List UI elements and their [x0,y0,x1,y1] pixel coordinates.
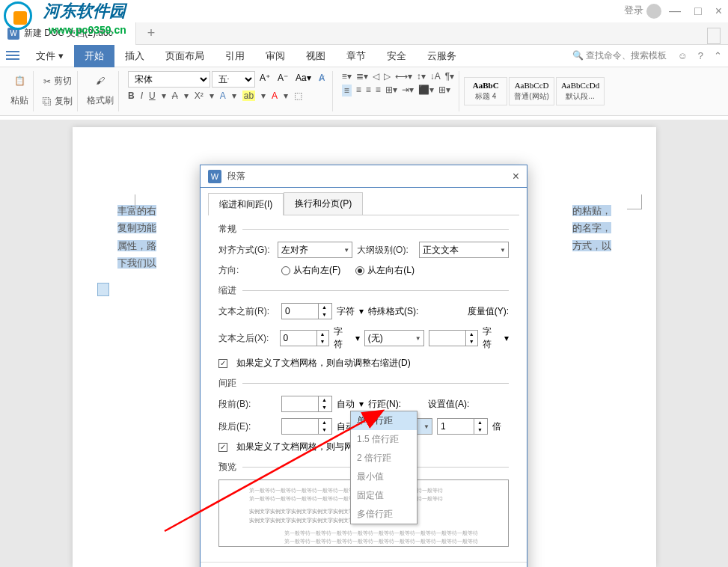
align-left-icon[interactable]: ≡ [342,85,352,96]
rtl-radio[interactable]: 从右向左(F) [281,264,340,277]
set-value-label: 设置值(A): [428,398,469,411]
after-text-spinner[interactable]: ▲▼ [280,330,329,346]
smiley-icon[interactable]: ☺ [677,50,687,61]
menu-file[interactable]: 文件 ▾ [25,49,74,63]
menu-review[interactable]: 审阅 [255,49,296,63]
after-text-label: 文本之后(X): [218,332,275,345]
cut-button[interactable]: ✂ 剪切 [43,75,72,88]
change-case-icon[interactable]: Aa▾ [293,71,314,88]
add-tab-button[interactable]: + [136,25,167,41]
super-sub-icon[interactable]: X² [195,91,204,101]
search-box[interactable]: 🔍 查找命令、搜索模板 [572,49,667,62]
menu-security[interactable]: 安全 [376,49,417,63]
clear-format-icon[interactable]: A̷ [316,71,328,88]
paragraph-dialog: W 段落 × 缩进和间距(I) 换行和分页(P) 常规 对齐方式(G): 左对齐… [200,165,527,567]
tab-indent-spacing[interactable]: 缩进和间距(I) [208,193,284,215]
outdent-icon[interactable]: ◁ [373,71,379,82]
format-painter-button[interactable]: 🖌 [96,76,105,86]
before-para-spinner[interactable]: ▲▼ [281,396,332,412]
char-border-icon[interactable]: ⬚ [294,91,302,101]
help-icon[interactable]: ? [698,50,703,61]
option-1.5[interactable]: 1.5 倍行距 [351,430,417,449]
outline-select[interactable]: 正文文本 [419,242,509,258]
ribbon: 📋 粘贴 ✂ 剪切 ⿻ 复制 🖌 格式刷 宋体 五号 A⁺ A⁻ Aa▾ A̷ … [0,67,728,116]
section-indent: 缩进 [218,284,509,297]
outline-label: 大纲级别(O): [357,244,415,257]
menu-insert[interactable]: 插入 [114,49,155,63]
indent-check-label: 如果定义了文档网格，则自动调整右缩进(D) [236,357,411,370]
brand-text: 河东软件园 [43,0,126,22]
font-family-select[interactable]: 宋体 [128,71,210,88]
watermark-url: www.pc0359.cn [49,24,126,36]
option-multiple[interactable]: 多倍行距 [351,505,417,524]
minimize-icon[interactable]: — [669,4,681,18]
shading-icon[interactable]: ⬛▾ [418,85,434,96]
before-text-spinner[interactable]: ▲▼ [281,303,332,319]
indent-checkbox[interactable]: ✓ [218,359,227,368]
nav-pane-icon[interactable] [707,28,721,44]
dialog-close-button[interactable]: × [513,170,519,183]
strike-button[interactable]: A [172,91,178,101]
dialog-title: 段落 [227,170,245,183]
align-right-icon[interactable]: ≡ [366,85,371,96]
style-normal-web[interactable]: AaBbCcD 普通(网站) [509,77,554,105]
bold-button[interactable]: B [128,91,135,101]
close-icon[interactable]: × [715,4,722,18]
special-format-select[interactable]: (无) [364,330,424,346]
after-para-label: 段后(E): [218,420,277,433]
line-spacing-icon[interactable]: ↕▾ [417,71,426,82]
maximize-icon[interactable]: □ [694,4,702,18]
bullet-list-icon[interactable]: ≡▾ [342,71,352,82]
direction-label: 方向: [218,264,277,277]
dialog-app-icon: W [208,170,221,183]
font-size-select[interactable]: 五号 [212,71,255,88]
option-minimum[interactable]: 最小值 [351,468,417,486]
indent-icon[interactable]: ▷ [384,71,391,82]
align-center-icon[interactable]: ≡ [356,85,361,96]
menu-start[interactable]: 开始 [74,45,114,67]
title-bar: 河东软件园 登录 — □ × [0,0,728,22]
text-effect-icon[interactable]: A [220,91,226,101]
login-link[interactable]: 登录 [624,4,661,19]
menu-chapter[interactable]: 章节 [336,49,376,63]
option-double[interactable]: 2 倍行距 [351,449,417,468]
section-spacing: 间距 [218,377,509,390]
sort-icon[interactable]: ↓A [430,71,441,82]
number-list-icon[interactable]: ≣▾ [356,71,368,82]
copy-button[interactable]: ⿻ 复制 [43,95,73,108]
text-direction-icon[interactable]: ⟷▾ [395,71,412,82]
italic-button[interactable]: I [141,91,143,101]
collapse-icon[interactable]: ⌃ [714,50,722,61]
menu-cloud[interactable]: 云服务 [417,49,467,63]
paste-button[interactable]: 📋 [14,76,25,86]
show-marks-icon[interactable]: ¶▾ [445,71,454,82]
menu-references[interactable]: 引用 [215,49,255,63]
set-value-spinner[interactable]: ▲▼ [437,418,488,435]
menu-layout[interactable]: 页面布局 [155,49,215,63]
style-default[interactable]: AaBbCcDd 默认段... [556,77,605,105]
grow-font-icon[interactable]: A⁺ [257,71,273,88]
font-color-icon[interactable]: A [272,91,278,101]
option-fixed[interactable]: 固定值 [351,486,417,505]
style-heading4[interactable]: AaBbC 标题 4 [464,77,507,105]
measure-spinner[interactable]: ▲▼ [429,330,478,346]
menu-view[interactable]: 视图 [296,49,336,63]
ltr-radio[interactable]: 从左向右(L) [355,264,415,277]
section-icon[interactable] [97,283,109,296]
dialog-title-bar: W 段落 × [201,165,527,188]
highlight-icon[interactable]: ab [242,91,255,101]
tab-line-page-breaks[interactable]: 换行和分页(P) [284,192,363,215]
align-justify-icon[interactable]: ≡ [376,85,381,96]
line-spacing-label: 行距(N): [368,398,401,411]
shrink-font-icon[interactable]: A⁻ [275,71,291,88]
option-single[interactable]: 单倍行距 [351,411,417,430]
hamburger-icon[interactable] [6,51,19,61]
underline-button[interactable]: U [149,91,156,101]
after-para-spinner[interactable]: ▲▼ [281,418,332,435]
spacing-checkbox[interactable]: ✓ [218,443,227,452]
alignment-select[interactable]: 左对齐 [278,242,352,258]
app-logo [4,1,32,30]
distribute-icon[interactable]: ⊞▾ [385,85,397,96]
tab-icon[interactable]: ⇥▾ [402,85,414,96]
border-icon[interactable]: ⊞▾ [438,85,450,96]
